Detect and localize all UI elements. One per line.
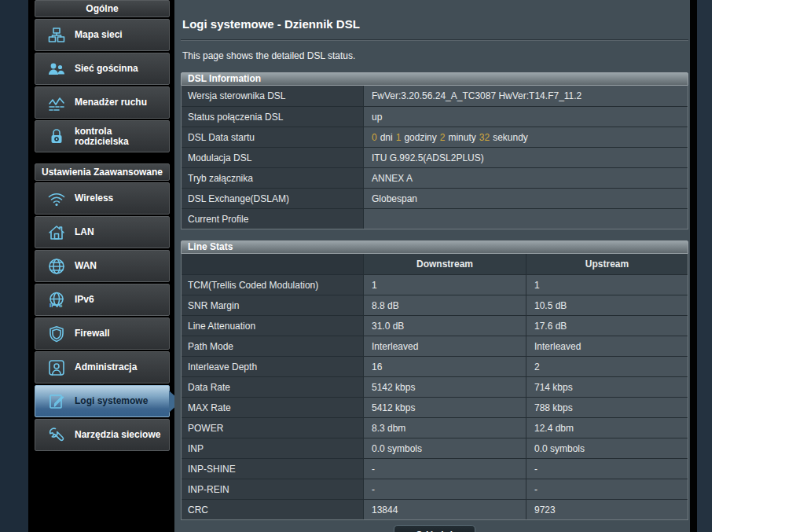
table-row: Tryb załącznika ANNEX A [182, 167, 688, 188]
downstream-value: - [364, 479, 526, 499]
main-content: Logi systemowe - Dziennik DSL This page … [174, 0, 690, 532]
uptime-seconds: 32 [479, 132, 490, 143]
sidebar-item-ipv6[interactable]: IPv6 IPv6 [35, 284, 170, 316]
row-label: SNR Margin [182, 295, 364, 315]
header-upstream: Upstream [526, 254, 688, 274]
sidebar-item-narzedzia-sieciowe[interactable]: Narzędzia sieciowe [35, 419, 170, 451]
sidebar-item-firewall[interactable]: Firewall [35, 317, 170, 350]
row-label: INP-REIN [182, 479, 364, 499]
downstream-value: Interleaved [364, 336, 526, 356]
sidebar-item-wireless[interactable]: Wireless [35, 182, 170, 215]
table-row: Wersja sterownika DSL FwVer:3.20.56.24_A… [182, 86, 688, 106]
downstream-value: 5412 kbps [364, 398, 526, 417]
sidebar-item-label: WAN [68, 261, 97, 271]
row-value-uptime: 0 dni 1 godziny 2 minuty 32 sekundy [364, 127, 688, 147]
sidebar-section-general: Ogólne [35, 0, 170, 17]
sidebar-item-administracja[interactable]: Administracja [35, 351, 170, 383]
upstream-value: 10.5 dB [526, 295, 688, 315]
table-row: DSL Data startu 0 dni 1 godziny 2 minuty… [182, 127, 688, 147]
sidebar-item-lan[interactable]: LAN [35, 216, 170, 248]
table-row: SNR Margin 8.8 dB 10.5 dB [182, 295, 688, 315]
sidebar-section-gap [35, 154, 170, 163]
sidebar-item-mapa-sieci[interactable]: Mapa sieci [35, 19, 170, 51]
row-value: Globespan [364, 189, 688, 208]
sidebar-item-wan[interactable]: WAN [35, 250, 170, 282]
table-row: INP 0.0 symbols 0.0 symbols [182, 438, 688, 458]
right-navy-strip [697, 0, 712, 532]
uptime-hours: 1 [396, 132, 402, 143]
row-label: MAX Rate [182, 398, 364, 417]
sidebar-item-label: Firewall [68, 328, 110, 339]
table-row: Path Mode Interleaved Interleaved [182, 336, 688, 356]
row-label: Path Mode [182, 336, 364, 356]
upstream-value: 12.4 dbm [526, 418, 688, 438]
downstream-value: 1 [364, 275, 526, 295]
table-row: Status połączenia DSL up [182, 106, 688, 127]
sitemap-icon [45, 26, 68, 45]
table-row: DSL Exchange(DSLAM) Globespan [182, 188, 688, 208]
downstream-value: 31.0 dB [364, 316, 526, 336]
log-note-icon [45, 392, 68, 411]
row-label: POWER [182, 418, 364, 438]
header-downstream: Downstream [364, 254, 526, 274]
uptime-minutes-unit: minuty [448, 132, 475, 143]
sidebar-item-menadzer-ruchu[interactable]: Menadżer ruchu [35, 86, 170, 119]
table-row: CRC 13844 9723 [182, 499, 688, 519]
sidebar-item-label: LAN [68, 227, 94, 237]
downstream-value: 8.3 dbm [364, 418, 526, 438]
table-row: Line Attenuation 31.0 dB 17.6 dB [182, 315, 688, 336]
sidebar-item-label: Mapa sieci [68, 30, 123, 40]
table-row: POWER 8.3 dbm 12.4 dbm [182, 417, 688, 438]
sidebar: Ogólne Mapa sieci Sieć gościnna Menadżer… [28, 0, 174, 532]
row-value [364, 209, 688, 229]
right-black-strip [690, 0, 697, 532]
sidebar-item-logi-systemowe[interactable]: Logi systemowe [35, 385, 170, 417]
row-label: DSL Data startu [182, 127, 364, 147]
refresh-button[interactable]: Odśwież [394, 525, 475, 532]
table-header-row: Downstream Upstream [182, 254, 688, 274]
sidebar-item-label: IPv6 [68, 295, 94, 305]
row-label: Status połączenia DSL [182, 107, 364, 127]
page-title: Logi systemowe - Dziennik DSL [181, 0, 688, 31]
uptime-hours-unit: godziny [404, 132, 436, 143]
table-row: INP-SHINE - - [182, 458, 688, 479]
title-divider [181, 39, 688, 41]
sidebar-item-label: Menadżer ruchu [68, 97, 147, 108]
upstream-value: - [526, 479, 688, 499]
downstream-value: 13844 [364, 500, 526, 519]
table-row: Modulacja DSL ITU G.992.5(ADSL2PLUS) [182, 147, 688, 167]
row-value: ITU G.992.5(ADSL2PLUS) [364, 148, 688, 167]
sidebar-item-label: Logi systemowe [68, 396, 148, 406]
upstream-value: 0.0 symbols [526, 438, 688, 458]
upstream-value: Interleaved [526, 336, 688, 356]
upstream-value: 17.6 dB [526, 316, 688, 336]
left-edge-strip [0, 0, 28, 532]
upstream-value: 2 [526, 357, 688, 376]
lock-icon [45, 127, 68, 146]
row-value: up [364, 107, 688, 127]
table-row: INP-REIN - - [182, 479, 688, 499]
row-label: Data Rate [182, 377, 364, 397]
shield-icon [45, 325, 68, 343]
sidebar-item-label: Wireless [68, 193, 113, 204]
row-label: Current Profile [182, 209, 364, 229]
wrench-icon [45, 426, 68, 445]
dsl-information-table: Wersja sterownika DSL FwVer:3.20.56.24_A… [181, 86, 688, 229]
sidebar-item-siec-goscinna[interactable]: Sieć gościnna [35, 53, 170, 85]
svg-text:IPv6: IPv6 [50, 302, 63, 309]
row-label: DSL Exchange(DSLAM) [182, 189, 364, 208]
table-row: Current Profile [182, 208, 688, 229]
uptime-seconds-unit: sekundy [493, 132, 528, 143]
row-value: FwVer:3.20.56.24_A_TC3087 HwVer:T14.F7_1… [364, 86, 688, 106]
upstream-value: - [526, 459, 688, 479]
sidebar-item-label: Sieć gościnna [68, 64, 138, 74]
sidebar-item-kontrola-rodzicielska[interactable]: kontrola rodzicielska [35, 120, 170, 152]
row-label: CRC [182, 500, 364, 519]
upstream-value: 714 kbps [526, 377, 688, 397]
downstream-value: 16 [364, 357, 526, 376]
row-label: INP-SHINE [182, 459, 364, 479]
admin-user-icon [45, 358, 68, 377]
row-label: TCM(Trellis Coded Modulation) [182, 275, 364, 295]
row-label: Wersja sterownika DSL [182, 86, 364, 106]
table-row: Data Rate 5142 kbps 714 kbps [182, 376, 688, 397]
